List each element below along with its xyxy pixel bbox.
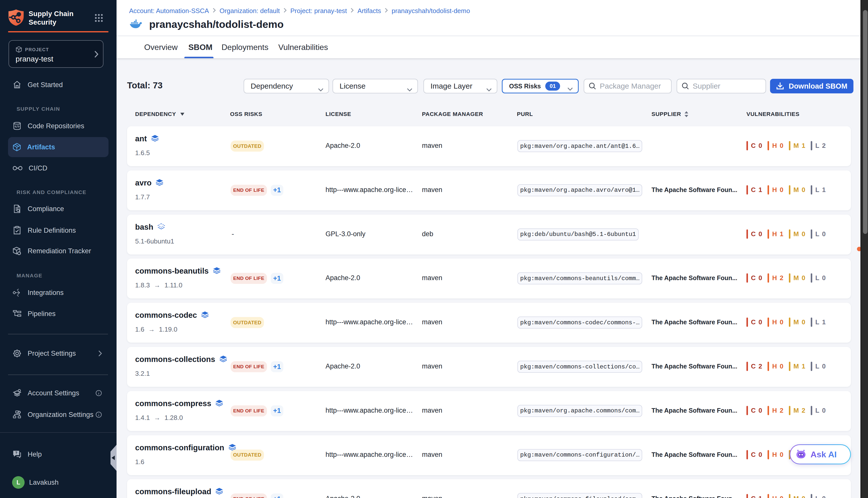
svg-text:?: ? [15, 451, 17, 455]
